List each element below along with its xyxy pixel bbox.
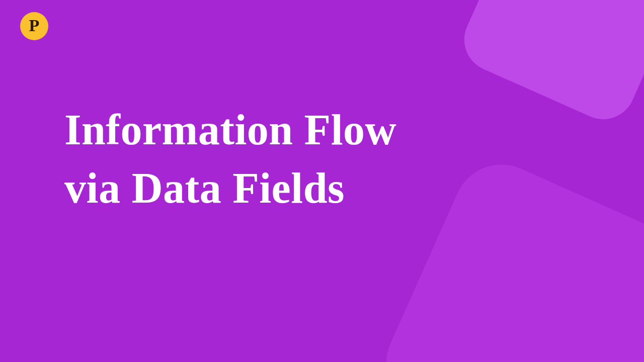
logo-badge: P [20, 12, 48, 40]
title-slide: P Information Flow via Data Fields [0, 0, 644, 362]
title-line-1: Information Flow [64, 106, 396, 154]
title-line-2: via Data Fields [64, 164, 345, 212]
logo-letter: P [29, 17, 40, 34]
slide-title: Information Flow via Data Fields [64, 101, 604, 217]
